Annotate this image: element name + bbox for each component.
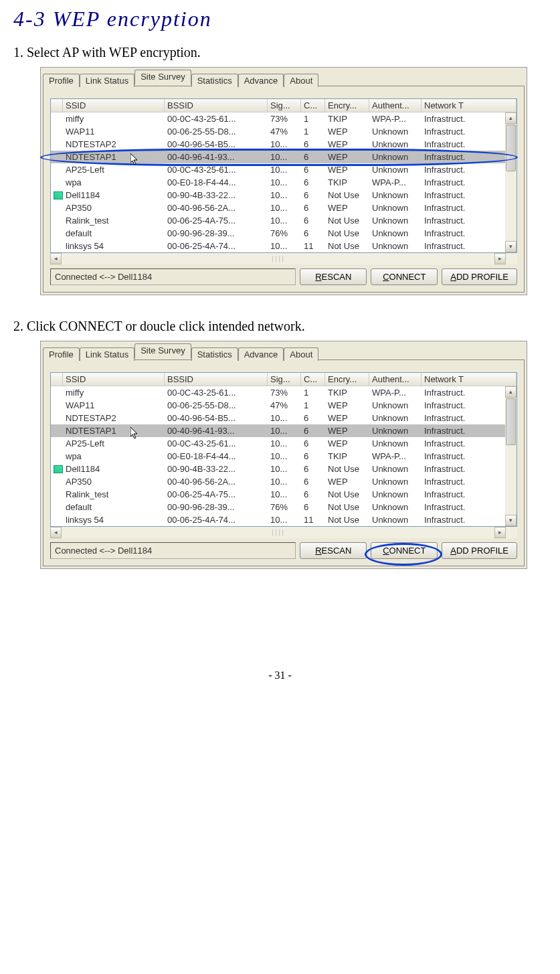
table-row[interactable]: WAP1100-06-25-55-D8...47%1WEPUnknownInfr…: [51, 125, 517, 138]
table-row[interactable]: NDTESTAP200-40-96-54-B5...10...6WEPUnkno…: [51, 412, 517, 424]
add-profile-button[interactable]: ADD PROFILE: [442, 542, 517, 559]
table-row[interactable]: Ralink_test00-06-25-4A-75...10...6Not Us…: [51, 214, 517, 227]
col-auth[interactable]: Authent...: [369, 373, 422, 386]
table-row[interactable]: miffy00-0C-43-25-61...73%1TKIPWPA-P...In…: [51, 386, 517, 399]
table-row[interactable]: wpa00-E0-18-F4-44...10...6TKIPWPA-P...In…: [51, 176, 517, 189]
col-signal[interactable]: Sig...: [268, 373, 301, 386]
tab-link-status[interactable]: Link Status: [80, 347, 134, 361]
row-icon: [51, 112, 63, 125]
col-signal[interactable]: Sig...: [268, 99, 301, 112]
tab-link-status[interactable]: Link Status: [80, 74, 134, 87]
col-auth[interactable]: Authent...: [369, 99, 422, 112]
cell-ssid: linksys 54: [63, 513, 165, 526]
scroll-left-icon[interactable]: ◂: [50, 527, 62, 538]
cell-encryption: WEP: [325, 424, 369, 437]
vertical-scrollbar[interactable]: ▴ ▾: [505, 386, 517, 526]
scroll-up-icon[interactable]: ▴: [505, 386, 517, 398]
table-row[interactable]: AP25-Left00-0C-43-25-61...10...6WEPUnkno…: [51, 163, 517, 176]
site-survey-panel: SSID BSSID Sig... C... Encry... Authent.…: [43, 86, 525, 293]
tab-advance[interactable]: Advance: [238, 74, 284, 87]
cell-network-type: Infrastruct.: [422, 424, 517, 437]
cell-auth: Unknown: [369, 125, 422, 138]
table-row[interactable]: miffy00-0C-43-25-61...73%1TKIPWPA-P...In…: [51, 112, 517, 125]
cell-bssid: 00-E0-18-F4-44...: [165, 176, 268, 189]
cell-channel: 6: [301, 151, 325, 163]
scroll-up-icon[interactable]: ▴: [505, 112, 517, 124]
col-encryption[interactable]: Encry...: [325, 373, 369, 386]
tab-statistics[interactable]: Statistics: [191, 74, 238, 87]
list-rows: miffy00-0C-43-25-61...73%1TKIPWPA-P...In…: [51, 112, 517, 252]
col-ssid[interactable]: SSID: [63, 99, 165, 112]
tab-advance[interactable]: Advance: [238, 347, 284, 361]
table-row[interactable]: default00-90-96-28-39...76%6Not UseUnkno…: [51, 501, 517, 513]
col-bssid[interactable]: BSSID: [165, 373, 268, 386]
table-row[interactable]: NDTESTAP200-40-96-54-B5...10...6WEPUnkno…: [51, 138, 517, 151]
table-row[interactable]: linksys 5400-06-25-4A-74...10...11Not Us…: [51, 240, 517, 252]
row-icon: [51, 163, 63, 176]
tab-site-survey[interactable]: Site Survey: [134, 70, 191, 85]
scroll-right-icon[interactable]: ▸: [494, 253, 506, 264]
table-row[interactable]: Dell118400-90-4B-33-22...10...6Not UseUn…: [51, 189, 517, 201]
cell-channel: 6: [301, 138, 325, 151]
cell-channel: 1: [301, 386, 325, 399]
cell-bssid: 00-E0-18-F4-44...: [165, 450, 268, 463]
tab-profile[interactable]: Profile: [43, 74, 80, 87]
cell-encryption: WEP: [325, 163, 369, 176]
row-icon: [51, 437, 63, 450]
table-row[interactable]: AP35000-40-96-56-2A...10...6WEPUnknownIn…: [51, 201, 517, 214]
scroll-thumb[interactable]: [506, 125, 516, 171]
horizontal-scrollbar[interactable]: ◂ ││││ ▸: [50, 527, 517, 538]
table-row[interactable]: AP25-Left00-0C-43-25-61...10...6WEPUnkno…: [51, 437, 517, 450]
cell-channel: 6: [301, 475, 325, 488]
cell-ssid: Dell1184: [63, 463, 165, 475]
col-channel[interactable]: C...: [301, 373, 325, 386]
horizontal-scrollbar[interactable]: ◂ ││││ ▸: [50, 253, 517, 264]
scroll-down-icon[interactable]: ▾: [505, 515, 517, 526]
table-row[interactable]: NDTESTAP100-40-96-41-93...10...6WEPUnkno…: [51, 424, 517, 437]
tab-about[interactable]: About: [284, 74, 318, 87]
tab-about[interactable]: About: [284, 347, 318, 361]
table-row[interactable]: NDTESTAP100-40-96-41-93...10...6WEPUnkno…: [51, 151, 517, 163]
cell-bssid: 00-90-4B-33-22...: [165, 189, 268, 201]
row-icon: [51, 138, 63, 151]
col-network-type[interactable]: Network T: [422, 373, 517, 386]
tab-site-survey[interactable]: Site Survey: [134, 343, 191, 359]
hscroll-track[interactable]: ││││: [62, 253, 494, 264]
col-network-type[interactable]: Network T: [422, 99, 517, 112]
scroll-thumb[interactable]: [506, 398, 516, 445]
vertical-scrollbar[interactable]: ▴ ▾: [505, 112, 517, 252]
table-row[interactable]: WAP1100-06-25-55-D8...47%1WEPUnknownInfr…: [51, 399, 517, 412]
cell-auth: Unknown: [369, 227, 422, 240]
col-ssid[interactable]: SSID: [63, 373, 165, 386]
cell-signal: 76%: [268, 501, 301, 513]
table-row[interactable]: AP35000-40-96-56-2A...10...6WEPUnknownIn…: [51, 475, 517, 488]
hscroll-track[interactable]: ││││: [62, 527, 494, 538]
cell-network-type: Infrastruct.: [422, 399, 517, 412]
col-icon[interactable]: [51, 99, 63, 112]
tab-profile[interactable]: Profile: [43, 347, 80, 361]
cell-network-type: Infrastruct.: [422, 189, 517, 201]
connect-button[interactable]: CONNECT: [371, 542, 438, 559]
cell-network-type: Infrastruct.: [422, 463, 517, 475]
table-row[interactable]: Dell118400-90-4B-33-22...10...6Not UseUn…: [51, 463, 517, 475]
scroll-right-icon[interactable]: ▸: [494, 527, 506, 538]
cell-auth: WPA-P...: [369, 450, 422, 463]
col-icon[interactable]: [51, 373, 63, 386]
table-row[interactable]: default00-90-96-28-39...76%6Not UseUnkno…: [51, 227, 517, 240]
col-channel[interactable]: C...: [301, 99, 325, 112]
tab-statistics[interactable]: Statistics: [191, 347, 238, 361]
add-profile-button[interactable]: ADD PROFILE: [442, 268, 517, 285]
connect-button[interactable]: CONNECT: [371, 268, 438, 285]
cell-ssid: miffy: [63, 386, 165, 399]
table-row[interactable]: Ralink_test00-06-25-4A-75...10...6Not Us…: [51, 488, 517, 501]
scroll-down-icon[interactable]: ▾: [505, 241, 517, 252]
table-row[interactable]: wpa00-E0-18-F4-44...10...6TKIPWPA-P...In…: [51, 450, 517, 463]
rescan-button[interactable]: RESCAN: [300, 542, 367, 559]
rescan-button[interactable]: RESCAN: [300, 268, 367, 285]
row-icon: [51, 450, 63, 463]
scroll-left-icon[interactable]: ◂: [50, 253, 62, 264]
section-title: 4-3 WEP encryption: [0, 0, 560, 42]
col-encryption[interactable]: Encry...: [325, 99, 369, 112]
col-bssid[interactable]: BSSID: [165, 99, 268, 112]
table-row[interactable]: linksys 5400-06-25-4A-74...10...11Not Us…: [51, 513, 517, 526]
